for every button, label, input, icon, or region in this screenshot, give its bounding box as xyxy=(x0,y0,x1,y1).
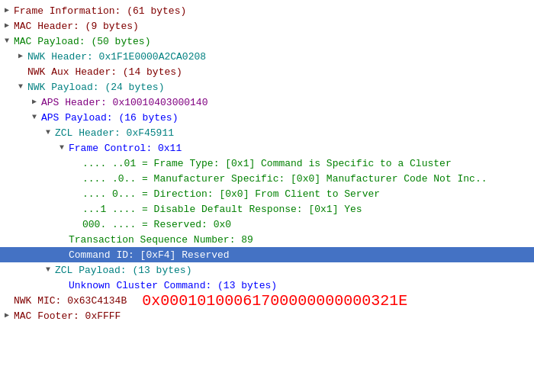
tree-row-nwk-header[interactable]: ▶NWK Header: 0x1F1E0000A2CA0208 xyxy=(0,49,534,64)
toggle-mac-payload[interactable]: ▼ xyxy=(2,36,12,47)
label-tsn: Transaction Sequence Number: 89 xyxy=(69,234,253,246)
tree-row-unknown-cluster[interactable]: Unknown Cluster Command: (13 bytes) xyxy=(0,278,534,293)
label-nwk-header: NWK Header: 0x1F1E0000A2CA0208 xyxy=(27,51,206,63)
big-hex-value: 0x00010100061700000000000321E xyxy=(142,292,407,310)
toggle-frame-control[interactable]: ▼ xyxy=(56,143,67,153)
tree-row-nwk-payload[interactable]: ▼NWK Payload: (24 bytes) xyxy=(0,79,534,95)
toggle-tsn[interactable] xyxy=(56,234,67,245)
toggle-detail-2[interactable] xyxy=(70,173,81,184)
tree-row-detail-1[interactable]: .... ..01 = Frame Type: [0x1] Command is… xyxy=(0,156,534,171)
tree-row-tsn[interactable]: Transaction Sequence Number: 89 xyxy=(0,232,534,247)
tree-row-zcl-payload[interactable]: ▼ZCL Payload: (13 bytes) xyxy=(0,262,534,278)
tree-row-aps-header[interactable]: ▶APS Header: 0x10010403000140 xyxy=(0,95,534,110)
label-nwk-aux: NWK Aux Header: (14 bytes) xyxy=(27,66,182,78)
tree-row-frame-control[interactable]: ▼Frame Control: 0x11 xyxy=(0,140,534,156)
tree-row-frame-info[interactable]: ▶Frame Information: (61 bytes) xyxy=(0,3,534,18)
toggle-mac-footer[interactable]: ▶ xyxy=(2,310,12,321)
label-aps-header: APS Header: 0x10010403000140 xyxy=(41,97,207,108)
label-zcl-header: ZCL Header: 0xF45911 xyxy=(55,127,174,139)
label-mac-payload: MAC Payload: (50 bytes) xyxy=(14,36,150,47)
tree-row-mac-footer[interactable]: ▶MAC Footer: 0xFFFF xyxy=(0,308,534,323)
label-zcl-payload: ZCL Payload: (13 bytes) xyxy=(55,265,191,276)
tree-row-command-id[interactable]: Command ID: [0xF4] Reserved xyxy=(0,247,534,262)
packet-tree: ▶Frame Information: (61 bytes)▶MAC Heade… xyxy=(0,0,534,326)
toggle-detail-5[interactable] xyxy=(70,219,81,230)
toggle-unknown-cluster[interactable] xyxy=(56,280,67,291)
tree-row-aps-payload[interactable]: ▼APS Payload: (16 bytes) xyxy=(0,110,534,125)
label-nwk-mic: NWK MIC: 0x63C4134B xyxy=(14,295,127,307)
label-detail-4: ...1 .... = Disable Default Response: [0… xyxy=(82,204,362,215)
toggle-nwk-header[interactable]: ▶ xyxy=(15,51,26,62)
toggle-nwk-aux[interactable] xyxy=(15,66,26,77)
label-unknown-cluster: Unknown Cluster Command: (13 bytes) xyxy=(69,280,277,291)
toggle-frame-info[interactable]: ▶ xyxy=(2,5,12,16)
toggle-nwk-payload[interactable]: ▼ xyxy=(15,82,26,92)
tree-row-detail-2[interactable]: .... .0.. = Manufacturer Specific: [0x0]… xyxy=(0,171,534,186)
label-detail-5: 000. .... = Reserved: 0x0 xyxy=(82,219,231,230)
label-frame-info: Frame Information: (61 bytes) xyxy=(14,5,186,17)
tree-row-detail-5[interactable]: 000. .... = Reserved: 0x0 xyxy=(0,217,534,232)
toggle-mac-header[interactable]: ▶ xyxy=(2,21,12,31)
label-aps-payload: APS Payload: (16 bytes) xyxy=(41,112,178,124)
tree-row-zcl-header[interactable]: ▼ZCL Header: 0xF45911 xyxy=(0,125,534,140)
label-command-id: Command ID: [0xF4] Reserved xyxy=(69,249,230,261)
toggle-zcl-header[interactable]: ▼ xyxy=(43,127,53,138)
toggle-aps-header[interactable]: ▶ xyxy=(29,97,40,108)
tree-row-detail-3[interactable]: .... 0... = Direction: [0x0] From Client… xyxy=(0,186,534,201)
label-detail-3: .... 0... = Direction: [0x0] From Client… xyxy=(82,188,380,200)
tree-row-mac-header[interactable]: ▶MAC Header: (9 bytes) xyxy=(0,18,534,34)
toggle-detail-3[interactable] xyxy=(70,188,81,199)
label-detail-1: .... ..01 = Frame Type: [0x1] Command is… xyxy=(82,158,452,169)
toggle-command-id[interactable] xyxy=(56,249,67,260)
tree-row-nwk-aux[interactable]: NWK Aux Header: (14 bytes) xyxy=(0,64,534,79)
label-nwk-payload: NWK Payload: (24 bytes) xyxy=(27,82,164,93)
toggle-nwk-mic[interactable] xyxy=(2,295,12,306)
toggle-zcl-payload[interactable]: ▼ xyxy=(43,265,53,275)
label-mac-header: MAC Header: (9 bytes) xyxy=(14,21,139,32)
toggle-aps-payload[interactable]: ▼ xyxy=(29,112,40,123)
label-frame-control: Frame Control: 0x11 xyxy=(69,143,182,154)
toggle-detail-4[interactable] xyxy=(70,204,81,214)
label-mac-footer: MAC Footer: 0xFFFF xyxy=(14,310,121,322)
toggle-detail-1[interactable] xyxy=(70,158,81,169)
tree-row-mac-payload[interactable]: ▼MAC Payload: (50 bytes) xyxy=(0,34,534,49)
tree-row-detail-4[interactable]: ...1 .... = Disable Default Response: [0… xyxy=(0,201,534,217)
label-detail-2: .... .0.. = Manufacturer Specific: [0x0]… xyxy=(82,173,487,185)
tree-row-nwk-mic[interactable]: NWK MIC: 0x63C4134B0x0001010006170000000… xyxy=(0,293,534,308)
